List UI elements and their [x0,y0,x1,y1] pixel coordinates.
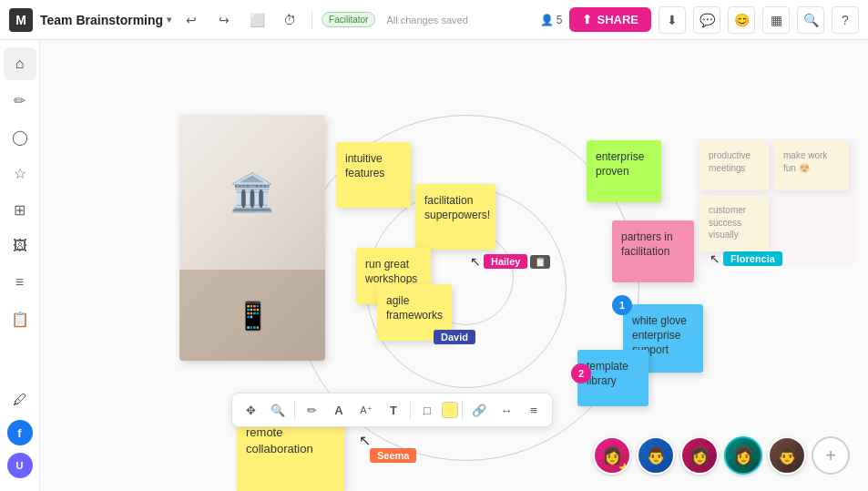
cursor-label-david: David [434,330,475,344]
sticky-text: intuitivefeatures [345,152,384,179]
sidebar-item-clipboard[interactable]: 📋 [4,302,36,335]
cursor-label-seema: Seema [370,448,416,463]
toolbar-divider-3 [462,401,463,419]
download-button[interactable]: ⬇ [659,6,686,34]
reaction-button[interactable]: 😊 [728,6,755,34]
toolbar-divider-1 [294,401,295,419]
bottom-avatars: 👩 👨 👩 👩 👨 + [593,436,850,475]
sidebar-item-shapes[interactable]: ◯ [4,120,36,153]
help-button[interactable]: ? [832,6,859,34]
share-icon: ⬆ [582,13,592,26]
sidebar-item-image[interactable]: 🖼 [4,230,36,262]
grid-view-button[interactable]: ▦ [762,6,790,34]
align-button[interactable]: ↔ [494,397,519,423]
avatar-5[interactable]: 👨 [768,436,806,475]
toolbar-divider-2 [410,401,411,419]
light-area [696,138,855,266]
topbar-right: 👤 5 ⬆ SHARE ⬇ 💬 😊 ▦ 🔍 ? [540,6,859,34]
cursor-badge-hailey: 📋 [530,255,550,269]
text-size-button[interactable]: A⁺ [353,397,379,423]
badge-2: 2 [571,363,591,384]
canvas-toolbar: ✥ 🔍 ✏ A A⁺ T □ 🔗 ↔ ≡ [231,393,553,427]
sidebar-item-draw[interactable]: 🖊 [4,384,36,416]
document-title[interactable]: Team Brainstorming ▾ [40,13,171,27]
cursor-seema: Seema [370,448,416,463]
photo-bottom: 📱 [179,270,325,361]
cursor-david: David [434,330,475,344]
cursor-label-florencia: Florencia [723,251,782,266]
zoom-tool-button[interactable]: 🔍 [265,397,291,423]
user-count: 👤 5 [540,14,563,26]
avatar-4[interactable]: 👩 [724,436,762,475]
photo-top: 🏛️ [179,115,325,270]
sidebar-facebook-icon[interactable]: f [7,420,33,445]
redo-button[interactable]: ↪ [211,7,237,33]
shape-button[interactable]: □ [414,397,440,423]
link-button[interactable]: 🔗 [466,397,492,423]
undo-button[interactable]: ↩ [179,7,204,33]
user-icon: 👤 [540,14,554,26]
cursor-florencia: ↖ Florencia [710,251,782,266]
title-chevron-icon: ▾ [167,15,171,25]
share-button[interactable]: ⬆ SHARE [569,7,651,32]
saved-status: All changes saved [386,15,467,26]
add-avatar-button[interactable]: + [812,436,850,475]
sticky-note-facilitation[interactable]: facilitationsuperpowers! [415,184,495,250]
sidebar: ⌂ ✏ ◯ ☆ ⊞ 🖼 ≡ 📋 🖊 f U [0,40,40,491]
sticky-text: run greatworkshops [365,258,417,285]
sticky-text: enterpriseproven [596,150,644,178]
badge-1: 1 [612,295,632,315]
avatar-3[interactable]: 👩 [680,436,719,475]
sticky-note-enterprise-proven[interactable]: enterpriseproven [587,140,661,202]
sidebar-item-layers[interactable]: ≡ [4,266,36,299]
sticky-note-intuitive[interactable]: intuitivefeatures [336,142,411,208]
canvas[interactable]: 🏛️ 📱 intuitivefeatures facilitationsuper… [40,40,868,491]
text-tool-button[interactable]: A [326,397,352,423]
photo-frame: 🏛️ 📱 [179,115,325,361]
cursor-label-hailey: Hailey [484,254,527,269]
timer-button[interactable]: ⏱ [277,7,302,33]
sticky-text: partners infacilitation [621,230,673,258]
more-button[interactable]: ≡ [521,397,546,423]
sidebar-item-star[interactable]: ☆ [4,157,36,189]
select-tool-button[interactable]: ✥ [238,397,263,423]
topbar-divider [311,11,312,29]
sticky-text: agileframeworks [386,294,443,322]
frame-button[interactable]: ⬜ [244,7,270,33]
facilitator-badge: Facilitator [322,12,375,27]
sidebar-user-avatar[interactable]: U [7,453,33,478]
main-layout: ⌂ ✏ ◯ ☆ ⊞ 🖼 ≡ 📋 🖊 f U 🏛️ 📱 intuitivefeat… [0,40,868,491]
mouse-cursor: ↖ [359,432,371,449]
topbar: M Team Brainstorming ▾ ↩ ↪ ⬜ ⏱ Facilitat… [0,0,868,40]
cursor-arrow-florencia: ↖ [710,251,720,266]
sticky-text: templatelibrary [587,360,628,387]
pen-tool-button[interactable]: ✏ [299,397,324,423]
avatar-1[interactable]: 👩 [593,436,631,475]
sticky-note-partners[interactable]: partners infacilitation [612,220,694,282]
cursor-arrow-hailey: ↖ [470,254,481,269]
comment-button[interactable]: 💬 [693,6,720,34]
sticky-text: remotecollaboration [246,425,313,455]
type-button[interactable]: T [381,397,406,423]
zoom-button[interactable]: 🔍 [797,6,824,34]
color-picker[interactable] [442,402,458,418]
sidebar-item-pen[interactable]: ✏ [4,84,36,117]
sticky-text: facilitationsuperpowers! [424,194,490,221]
app-logo[interactable]: M [9,8,33,32]
avatar-2[interactable]: 👨 [637,436,675,475]
sidebar-item-home[interactable]: ⌂ [4,47,36,80]
cursor-hailey: ↖ Hailey 📋 [470,254,550,269]
sidebar-item-grid[interactable]: ⊞ [4,193,36,226]
